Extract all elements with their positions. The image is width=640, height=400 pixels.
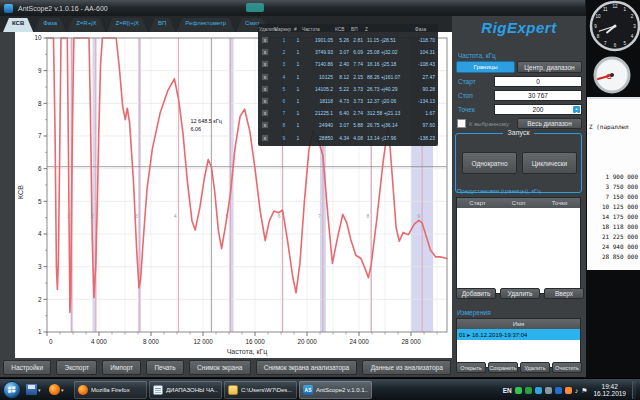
run-single-button[interactable]: Однократно (462, 152, 517, 174)
settings-button[interactable]: Настройки (3, 360, 51, 375)
antscope-icon: AS (303, 385, 313, 395)
tab-vp[interactable]: ВП (149, 18, 175, 32)
save-measurement-button[interactable]: Сохранить (488, 362, 518, 373)
full-range-button[interactable]: Весь диапазон (517, 118, 582, 129)
marker-return-loss: 4.08 (351, 135, 365, 141)
window-title: AntScope2 v.1.0.16 - AA-600 (18, 5, 108, 12)
presets-table[interactable]: СтартСтопТочки (456, 197, 581, 294)
tab-reflectometer[interactable]: Рефлектометр (176, 18, 235, 32)
taskbar-firefox[interactable]: Mozilla Firefox (74, 381, 147, 399)
tray-antivirus-icon[interactable] (515, 387, 522, 394)
start-input[interactable]: 0 (494, 76, 582, 87)
notepad-window[interactable]: Z (параллел 1 900 0003 750 0007 150 0001… (587, 97, 640, 270)
marker-delete-button[interactable]: x (261, 109, 269, 117)
presets-table-body[interactable] (457, 208, 580, 293)
measurement-item[interactable]: 01 ▸ 16.12.2019-19:37:04 (457, 329, 580, 340)
x-tick-label: 0 (49, 338, 53, 345)
tab-z-series[interactable]: Z=R+jX (67, 18, 105, 32)
marker-column-header: Z (365, 27, 415, 32)
x-tick-label: 28 000 (401, 338, 421, 345)
marker-table: УдалитьМаркер#ЧастотаКСВВПZФазаx111901.0… (258, 24, 438, 146)
chevron-down-icon[interactable]: ▾ (61, 387, 64, 393)
marker-column-header: Частота (302, 27, 335, 32)
quicklaunch-save[interactable]: ▾ (26, 384, 41, 395)
tray-globe-icon[interactable] (555, 387, 562, 394)
marker-frequency: 1901.05 (302, 37, 335, 43)
marker-line-number: 6 (278, 213, 281, 219)
taskbar-notepad[interactable]: ДИАПАЗОНЫ ЧА... (149, 381, 222, 399)
tray-volume-icon[interactable]: ♪ (575, 387, 579, 394)
marker-phase: 104.31 (415, 49, 437, 55)
marker-phase: -118.70 (415, 37, 437, 43)
tab-faza[interactable]: Фаза (34, 18, 66, 32)
points-input[interactable]: 200 ▴▾ (494, 104, 582, 115)
marker-delete-button[interactable]: x (261, 121, 269, 129)
taskbar-clock[interactable]: 19:42 16.12.2019 (590, 383, 629, 398)
marker-frequency: 18118 (302, 98, 335, 104)
start-button[interactable] (2, 380, 22, 400)
tab-z-parallel[interactable]: Z=R||+jX (107, 18, 148, 32)
tab-ksv[interactable]: КСВ (3, 18, 33, 32)
measurements-table-header: Имя (457, 319, 580, 329)
show-desktop-button[interactable] (632, 381, 636, 399)
taskbar-explorer[interactable]: C:\Users\W7\Des... (224, 381, 297, 399)
presets-table-header: СтартСтопТочки (457, 198, 580, 208)
add-preset-button[interactable]: Добавить (456, 288, 496, 299)
presets-column-header: Старт (457, 200, 498, 206)
tray-network-activity-icon[interactable] (525, 387, 532, 394)
delete-measurement-button[interactable]: Удалить (520, 362, 550, 373)
marker-impedance: 11.15 -j28.51 (365, 37, 415, 43)
marker-delete-button[interactable]: x (261, 85, 269, 93)
analyzer-data-button[interactable]: Данные из анализатора (362, 360, 451, 375)
to-selected-checkbox[interactable] (457, 119, 466, 128)
marker-delete-button[interactable]: x (261, 73, 269, 81)
clock-time: 19:42 (602, 383, 618, 390)
folder-icon (228, 385, 238, 395)
stop-label: Стоп (458, 92, 473, 99)
tray-device-icon[interactable] (545, 387, 552, 394)
delete-preset-button[interactable]: Удалить (500, 288, 540, 299)
measurements-table[interactable]: Имя 01 ▸ 16.12.2019-19:37:04 (456, 318, 581, 368)
screenshot-button[interactable]: Снимок экрана (189, 360, 251, 375)
stop-input[interactable]: 30 767 (494, 90, 582, 101)
marker-delete-button[interactable]: x (261, 48, 269, 56)
titlebar[interactable]: AntScope2 v.1.0.16 - AA-600 (0, 0, 585, 16)
run-cyclic-button[interactable]: Циклически (522, 152, 577, 174)
print-button[interactable]: Печать (146, 360, 184, 375)
import-button[interactable]: Импорт (102, 360, 141, 375)
marker-delete-button[interactable]: x (261, 36, 269, 44)
marker-frequency: 14105.2 (302, 86, 335, 92)
taskbar: ▾ ▾ Mozilla FirefoxДИАПАЗОНЫ ЧА...C:\Use… (0, 378, 640, 400)
taskbar-antscope[interactable]: ASAntScope2 v.1.0.1... (299, 381, 372, 399)
points-spinner-icon[interactable]: ▴▾ (573, 106, 580, 113)
marker-delete-button[interactable]: x (261, 134, 269, 142)
marker-delete-button[interactable]: x (261, 97, 269, 105)
analyzer-screenshot-button[interactable]: Снимок экрана анализатора (256, 360, 358, 375)
limits-mode-button[interactable]: Границы (456, 61, 515, 73)
desktop: 121234567891011C Z (параллел 1 900 0003 … (587, 0, 640, 378)
up-preset-button[interactable]: Вверх (544, 288, 584, 299)
clock-numeral: 12 (612, 4, 618, 9)
open-measurement-button[interactable]: Открыть (456, 362, 486, 373)
marker-frequency: 10125 (302, 74, 335, 80)
marker-phase: 1.67 (415, 110, 437, 116)
language-indicator[interactable]: EN (503, 387, 512, 394)
export-button[interactable]: Экспорт (56, 360, 97, 375)
center-span-mode-button[interactable]: Центр, диапазон (517, 61, 582, 73)
marker-frequency: 3749.93 (302, 49, 335, 55)
marker-return-loss: 2.74 (351, 110, 365, 116)
clear-measurements-button[interactable]: Очистить (552, 362, 582, 373)
tray-flag-icon[interactable]: ⚑ (581, 387, 587, 394)
marker-delete-button[interactable]: x (261, 60, 269, 68)
marker-swr: 3.07 (335, 122, 351, 128)
marker-swr: 4.34 (335, 135, 351, 141)
tray-icons: ♪⚑ (515, 387, 588, 394)
quicklaunch-firefox[interactable]: ▾ (49, 384, 64, 395)
marker-return-loss: 3.73 (351, 86, 365, 92)
chevron-down-icon[interactable]: ▾ (38, 387, 41, 393)
desktop-gadgets[interactable]: 121234567891011C (587, 0, 640, 97)
marker-frequency: 7140.86 (302, 61, 335, 67)
tray-firefox-icon[interactable] (565, 387, 572, 394)
marker-dataset: 1 (294, 98, 302, 104)
tray-skype-icon[interactable] (535, 387, 542, 394)
